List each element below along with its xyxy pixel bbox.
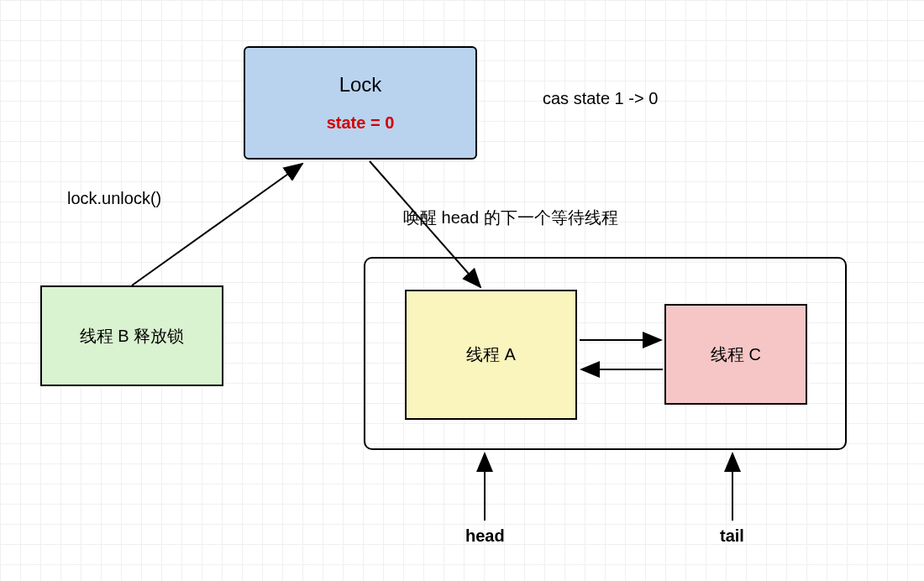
head-label: head — [465, 526, 505, 546]
thread-c-label: 线程 C — [711, 343, 761, 366]
svg-line-1 — [132, 164, 302, 285]
thread-a-label: 线程 A — [466, 343, 516, 366]
lock-state: state = 0 — [327, 113, 395, 133]
thread-b-label: 线程 B 释放锁 — [80, 325, 184, 348]
wakeup-label: 唤醒 head 的下一个等待线程 — [403, 207, 618, 229]
thread-c-box: 线程 C — [664, 304, 807, 405]
tail-label: tail — [720, 526, 744, 546]
thread-a-box: 线程 A — [405, 290, 577, 420]
lock-title: Lock — [339, 73, 382, 97]
unlock-label: lock.unlock() — [67, 189, 161, 208]
cas-label: cas state 1 -> 0 — [543, 89, 658, 108]
thread-b-box: 线程 B 释放锁 — [40, 285, 223, 386]
lock-box: Lock state = 0 — [244, 46, 477, 160]
